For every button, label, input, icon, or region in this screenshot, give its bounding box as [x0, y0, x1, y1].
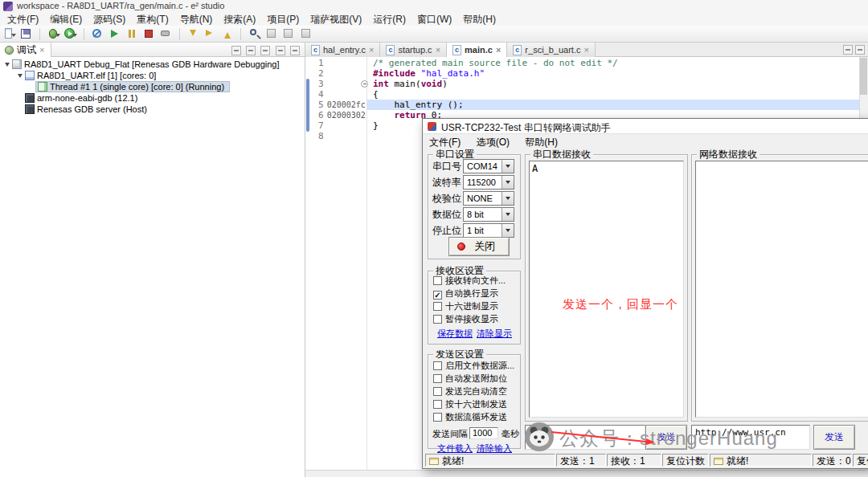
- auto-append-checkbox[interactable]: 自动发送附加位: [433, 373, 507, 385]
- dropdown-arrow-icon[interactable]: [502, 192, 514, 205]
- collapse-all-icon[interactable]: [246, 46, 256, 55]
- step-over-button[interactable]: [203, 26, 217, 41]
- save-data-link[interactable]: 保存数据: [437, 328, 473, 340]
- expander-icon[interactable]: [5, 63, 10, 69]
- step-into-button[interactable]: [186, 26, 200, 41]
- menu-file[interactable]: 文件(F): [2, 13, 44, 26]
- usr-tcp232-window[interactable]: USR-TCP232-Test 串口转网络调试助手 文件(F) 选项(O) 帮助…: [422, 118, 868, 469]
- code-line[interactable]: /* generated main source file - do not e…: [373, 58, 618, 68]
- close-icon[interactable]: ×: [583, 46, 588, 55]
- search-button[interactable]: [248, 26, 262, 41]
- remove-terminated-icon[interactable]: [231, 46, 241, 55]
- view-menu-icon[interactable]: [260, 46, 270, 55]
- suspend-button[interactable]: [125, 26, 139, 41]
- maximize-view-icon[interactable]: [290, 46, 300, 55]
- menu-source[interactable]: 源码(S): [88, 13, 131, 26]
- tab-hal-entry-c[interactable]: c hal_entry.c ×: [305, 43, 380, 57]
- close-port-button[interactable]: 关闭: [448, 237, 510, 256]
- code-line[interactable]: #include "hal_data.h": [373, 68, 485, 79]
- usr-menu-options[interactable]: 选项(O): [470, 134, 516, 151]
- fold-collapse-icon[interactable]: [361, 80, 368, 88]
- disconnect-button[interactable]: [158, 26, 173, 41]
- close-icon[interactable]: ×: [369, 46, 374, 55]
- checkbox[interactable]: [433, 361, 442, 370]
- code-line[interactable]: int main(void): [373, 79, 448, 89]
- dropdown-arrow-icon[interactable]: [502, 160, 514, 173]
- editor-list-icon[interactable]: [843, 45, 853, 55]
- menu-project[interactable]: 项目(P): [261, 13, 305, 26]
- code-line[interactable]: }: [373, 120, 379, 131]
- tab-main-c[interactable]: c main.c ×: [447, 43, 507, 57]
- tree-row-thread[interactable]: Thread #1 1 (single core) [core: 0] (Run…: [0, 81, 305, 92]
- tree-row-gdbserver[interactable]: Renesas GDB server (Host): [0, 104, 305, 115]
- serial-reset-count[interactable]: 复位计数: [662, 454, 709, 467]
- menu-search[interactable]: 搜索(A): [218, 13, 261, 26]
- dropdown-arrow-icon[interactable]: [502, 208, 514, 221]
- run-button[interactable]: [63, 26, 77, 41]
- checkbox[interactable]: [433, 276, 442, 285]
- checkbox[interactable]: [433, 413, 442, 422]
- tree-row-gdb[interactable]: arm-none-eabi-gdb (12.1): [0, 92, 305, 104]
- dropdown-arrow-icon[interactable]: [502, 176, 514, 189]
- step-return-button[interactable]: [220, 26, 235, 41]
- send-interval-input[interactable]: 1000: [469, 427, 498, 439]
- checkbox[interactable]: [433, 302, 442, 311]
- open-perspective-button[interactable]: [264, 26, 279, 41]
- checkbox[interactable]: [433, 387, 442, 396]
- menu-window[interactable]: 窗口(W): [411, 13, 457, 26]
- net-send-button[interactable]: 发送: [813, 425, 855, 450]
- maximize-editor-icon[interactable]: [855, 45, 865, 55]
- menu-navigate[interactable]: 导航(N): [174, 13, 219, 26]
- resume-button[interactable]: [107, 26, 121, 41]
- tab-debug-view[interactable]: 调试 ×: [0, 43, 51, 57]
- stop-bits-combo[interactable]: 1 bit: [463, 223, 514, 238]
- open-element-button[interactable]: [299, 26, 313, 41]
- clear-input-link[interactable]: 清除输入: [477, 442, 512, 455]
- file-data-source-checkbox[interactable]: 启用文件数据源...: [433, 361, 514, 372]
- dropdown-arrow-icon[interactable]: [502, 224, 514, 237]
- menu-refactor[interactable]: 重构(T): [131, 13, 174, 26]
- close-icon[interactable]: ×: [39, 46, 44, 55]
- editor-scrollbar-thumb[interactable]: [860, 58, 867, 95]
- editor-hscrollbar[interactable]: [305, 470, 868, 477]
- recv-to-file-checkbox[interactable]: 接收转向文件...: [433, 275, 506, 287]
- close-icon[interactable]: ×: [436, 46, 440, 55]
- external-tools-button[interactable]: [281, 26, 296, 41]
- menu-run[interactable]: 运行(R): [367, 13, 411, 26]
- baud-rate-combo[interactable]: 115200: [463, 175, 514, 190]
- net-recv-area[interactable]: [695, 161, 868, 418]
- tab-r-sci-b-uart-c[interactable]: c r_sci_b_uart.c ×: [507, 43, 596, 57]
- parity-combo[interactable]: NONE: [463, 191, 514, 206]
- checkbox[interactable]: [433, 315, 442, 324]
- clear-after-send-checkbox[interactable]: 发送完自动清空: [433, 386, 507, 398]
- tab-startup-c[interactable]: c startup.c ×: [380, 43, 447, 57]
- hex-display-checkbox[interactable]: 十六进制显示: [433, 301, 498, 312]
- tree-row-launch[interactable]: RA8D1_UART Debug_Flat [Renesas GDB Hardw…: [0, 59, 305, 70]
- serial-recv-area[interactable]: A: [529, 161, 684, 418]
- data-bits-combo[interactable]: 8 bit: [463, 207, 514, 222]
- usr-titlebar[interactable]: USR-TCP232-Test 串口转网络调试助手: [423, 119, 868, 134]
- tree-row-elf[interactable]: RA8D1_UART.elf [1] [cores: 0]: [0, 70, 305, 81]
- pause-recv-checkbox[interactable]: 暂停接收显示: [433, 314, 498, 325]
- code-line[interactable]: {: [373, 89, 379, 100]
- expander-icon[interactable]: [18, 74, 23, 80]
- menu-help[interactable]: 帮助(H): [457, 13, 502, 26]
- debug-button[interactable]: [46, 26, 60, 41]
- net-reset-count[interactable]: 复位计数: [853, 454, 868, 467]
- terminate-button[interactable]: [141, 26, 156, 41]
- menu-edit[interactable]: 编辑(E): [44, 13, 88, 26]
- com-port-combo[interactable]: COM14: [463, 159, 514, 173]
- hex-send-checkbox[interactable]: 按十六进制发送: [433, 399, 507, 410]
- skip-breakpoints-button[interactable]: [90, 26, 104, 41]
- load-file-link[interactable]: 文件载入: [437, 442, 473, 455]
- new-file-button[interactable]: [2, 26, 16, 41]
- checkbox[interactable]: [433, 400, 442, 409]
- auto-newline-checkbox[interactable]: ✓自动换行显示: [433, 288, 498, 300]
- minimize-view-icon[interactable]: [276, 46, 285, 55]
- clear-display-link[interactable]: 清除显示: [477, 328, 512, 340]
- code-line[interactable]: hal_entry ();: [373, 100, 464, 110]
- checkbox[interactable]: [433, 374, 442, 383]
- save-button[interactable]: [18, 26, 33, 41]
- checkbox[interactable]: ✓: [433, 291, 442, 300]
- menu-renesas-views[interactable]: 瑞萨视图(V): [305, 13, 367, 26]
